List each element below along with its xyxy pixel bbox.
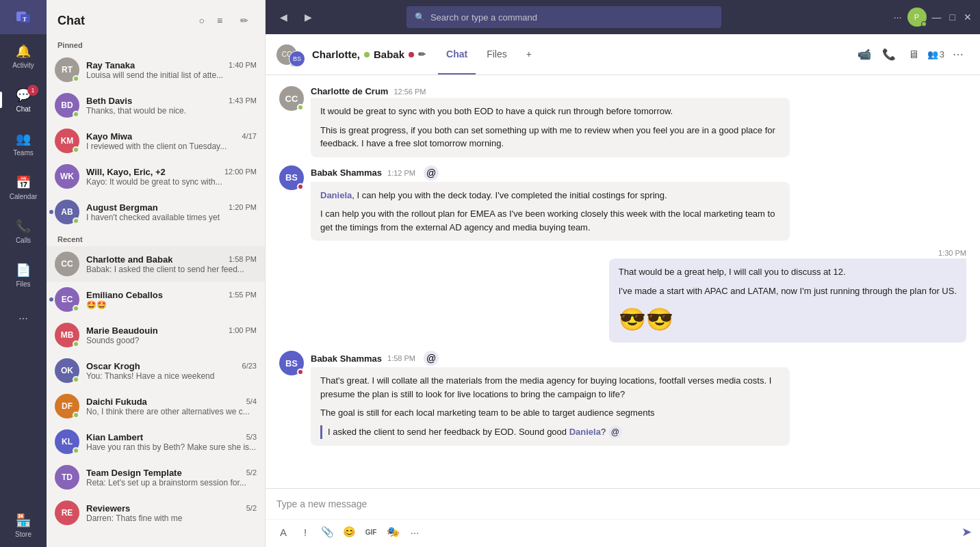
chat-status-icon: ○: [199, 15, 205, 26]
topbar-right: ··· P — □ ✕: [894, 8, 972, 27]
chat-item-reviewers[interactable]: RE Reviewers 5/2 Darren: Thats fine with…: [47, 495, 265, 531]
chat-time: 5/2: [246, 504, 257, 512]
chat-preview: Babak: I asked the client to send her fe…: [86, 265, 257, 274]
maximize-button[interactable]: □: [950, 12, 955, 23]
message-content: Babak Shammas 1:12 PM @ Daniela, I can h…: [311, 165, 966, 241]
tab-chat[interactable]: Chat: [438, 34, 476, 75]
screen-share-button[interactable]: 🖥: [903, 44, 925, 66]
format-button[interactable]: A: [274, 522, 293, 542]
more-options-button[interactable]: ⋯: [947, 44, 969, 66]
message-bubble: It would be great to sync with you both …: [311, 98, 790, 157]
chat-name: Kian Lambert: [86, 432, 143, 442]
sidebar-item-teams[interactable]: 👥 Teams: [0, 122, 47, 165]
message-header: Babak Shammas 1:12 PM @: [311, 165, 966, 181]
chat-info: Kian Lambert 5/3 Have you ran this by Be…: [86, 432, 257, 452]
sidebar-item-chat[interactable]: 1 💬 Chat: [0, 78, 47, 122]
status-badge: [297, 369, 304, 375]
emoji-button[interactable]: 😊: [339, 522, 359, 542]
sidebar-item-calendar[interactable]: 📅 Calendar: [0, 165, 47, 209]
phone-icon: 📞: [882, 48, 896, 61]
chat-info: Charlotte and Babak 1:58 PM Babak: I ask…: [86, 254, 257, 274]
message-text: Daniela, I can help you with the deck to…: [320, 189, 780, 202]
chat-preview: Kayo: It would be great to sync with...: [86, 177, 257, 187]
back-button[interactable]: ◀: [274, 8, 293, 27]
messages-area: CC Charlotte de Crum 12:56 PM It would b…: [266, 75, 980, 488]
files-label: Files: [16, 280, 30, 288]
avatar: WK: [55, 164, 79, 189]
attach-button[interactable]: !: [296, 522, 315, 542]
gif-button[interactable]: GIF: [361, 522, 381, 542]
more-apps-button[interactable]: ···: [0, 297, 47, 341]
sidebar-item-calls[interactable]: 📞 Calls: [0, 209, 47, 253]
store-icon: 🏪: [16, 513, 31, 528]
chat-item-group[interactable]: WK Will, Kayo, Eric, +2 12:00 PM Kayo: I…: [47, 159, 265, 194]
status-badge: [297, 183, 304, 190]
search-icon: 🔍: [415, 12, 425, 22]
chat-name: Team Design Template: [86, 468, 182, 478]
message-bubble: That's great. I will collate all the mat…: [311, 367, 790, 446]
close-button[interactable]: ✕: [964, 12, 972, 23]
chat-item-oscar[interactable]: OK Oscar Krogh 6/23 You: Thanks! Have a …: [47, 353, 265, 388]
chat-preview: I reviewed with the client on Tuesday...: [86, 142, 257, 151]
unread-indicator: [49, 297, 53, 302]
chat-item-charlotte-babak[interactable]: CC Charlotte and Babak 1:58 PM Babak: I …: [47, 246, 265, 282]
topbar: ◀ ▶ 🔍 Search or type a command ··· P — □…: [266, 0, 980, 34]
message-bubble-own: That would be a great help, I will call …: [609, 258, 966, 343]
people-count[interactable]: 👥 3: [927, 49, 944, 59]
chat-item-kian[interactable]: KL Kian Lambert 5/3 Have you ran this by…: [47, 424, 265, 459]
video-call-button[interactable]: 📹: [853, 44, 875, 66]
sticker-button[interactable]: 🎭: [383, 522, 402, 542]
chat-item-team-design-template[interactable]: TD Team Design Template 5/2 Reta: Let's …: [47, 459, 265, 495]
search-bar[interactable]: 🔍 Search or type a command: [407, 6, 721, 28]
edit-icon[interactable]: ✏: [418, 49, 426, 59]
chat-item-emiliano[interactable]: EC Emiliano Ceballos 1:55 PM 🤩🤩: [47, 282, 265, 317]
chat-item-beth-davis[interactable]: BD Beth Davis 1:43 PM Thanks, that would…: [47, 88, 265, 123]
chat-badge: 1: [27, 85, 38, 96]
chat-item-daichi[interactable]: DF Daichi Fukuda 5/4 No, I think there a…: [47, 388, 265, 424]
chat-time: 5/3: [246, 433, 257, 441]
minimize-button[interactable]: —: [932, 12, 942, 23]
status-badge: [73, 217, 79, 224]
calls-icon: 📞: [16, 219, 31, 234]
chat-preview: 🤩🤩: [86, 300, 257, 310]
chat-name: Marie Beaudouin: [86, 325, 158, 336]
own-message-content: That would be a great help, I will call …: [609, 258, 966, 343]
audio-call-button[interactable]: 📞: [878, 44, 900, 66]
message-text: It would be great to sync with you both …: [320, 105, 780, 118]
filter-button[interactable]: ≡: [210, 11, 229, 30]
babak-avatar: BS: [289, 51, 305, 67]
message-header: Babak Shammas 1:58 PM @: [311, 351, 966, 366]
chat-info: Kayo Miwa 4/17 I reviewed with the clien…: [86, 131, 257, 151]
window-controls: — □ ✕: [932, 12, 972, 23]
compose-button[interactable]: ✏: [235, 11, 254, 30]
format-icon: A: [280, 526, 287, 538]
chat-name: Beth Davis: [86, 96, 132, 106]
sidebar-item-activity[interactable]: 🔔 Activity: [0, 34, 47, 78]
send-button[interactable]: ➤: [962, 524, 972, 539]
chat-item-kayo-miwa[interactable]: KM Kayo Miwa 4/17 I reviewed with the cl…: [47, 123, 265, 159]
tab-chat-label: Chat: [446, 49, 467, 59]
message-avatar-wrapper: CC: [279, 86, 304, 111]
chat-name: Ray Tanaka: [86, 60, 135, 70]
message-input-box[interactable]: Type a new message: [266, 489, 980, 519]
file-button[interactable]: 📎: [318, 522, 337, 542]
add-tab-button[interactable]: +: [518, 34, 540, 75]
tab-files[interactable]: Files: [478, 34, 515, 75]
chat-item-marie[interactable]: MB Marie Beaudouin 1:00 PM Sounds good?: [47, 317, 265, 353]
more-icon[interactable]: ···: [894, 12, 902, 23]
chat-preview: Darren: Thats fine with me: [86, 513, 257, 523]
more-tools-button[interactable]: ···: [405, 522, 424, 542]
chat-preview: I haven't checked available times yet: [86, 213, 257, 222]
sidebar-item-store[interactable]: 🏪 Store: [0, 503, 47, 547]
chat-item-ray-tanaka[interactable]: RT Ray Tanaka 1:40 PM Louisa will send t…: [47, 52, 265, 88]
forward-button[interactable]: ▶: [298, 8, 318, 27]
charlotte-online-dot: [364, 52, 370, 57]
sidebar-item-files[interactable]: 📄 Files: [0, 253, 47, 297]
user-avatar[interactable]: P: [907, 8, 927, 27]
mention-at-icon: @: [424, 165, 439, 181]
status-badge: [73, 376, 79, 383]
message-content: Babak Shammas 1:58 PM @ That's great. I …: [311, 351, 966, 446]
emoji-icon: 😊: [343, 526, 356, 538]
sticker-icon: 🎭: [387, 526, 400, 538]
chat-item-august-bergman[interactable]: AB August Bergman 1:20 PM I haven't chec…: [47, 194, 265, 230]
